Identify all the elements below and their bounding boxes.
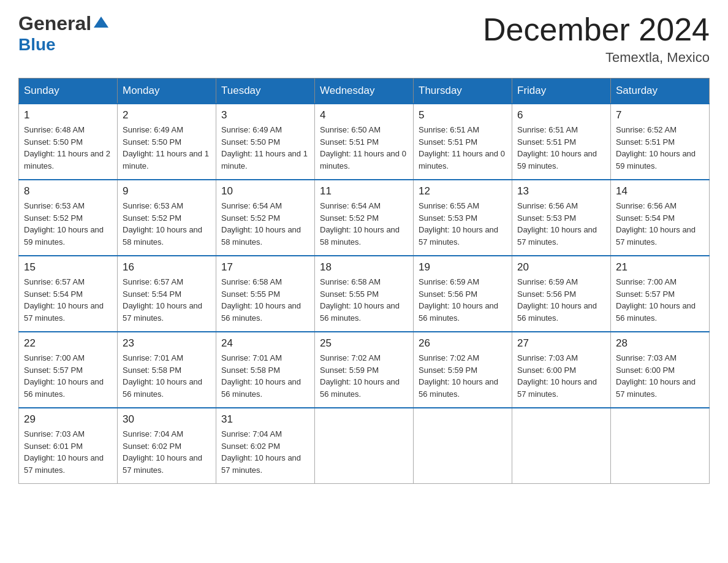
day-number: 22 (24, 337, 112, 350)
day-number: 2 (123, 109, 211, 121)
week-row-3: 15 Sunrise: 6:57 AMSunset: 5:54 PMDaylig… (19, 256, 710, 332)
week-row-1: 1 Sunrise: 6:48 AMSunset: 5:50 PMDayligh… (19, 104, 710, 180)
day-info: Sunrise: 6:50 AMSunset: 5:51 PMDaylight:… (320, 124, 408, 172)
day-info: Sunrise: 6:59 AMSunset: 5:56 PMDaylight:… (517, 276, 605, 324)
day-number: 28 (616, 337, 704, 350)
page-header: General Blue December 2024 Temextla, Mex… (18, 12, 710, 66)
day-number: 11 (320, 185, 408, 197)
day-number: 25 (320, 337, 408, 350)
calendar-cell: 22 Sunrise: 7:00 AMSunset: 5:57 PMDaylig… (19, 332, 118, 408)
calendar-cell: 7 Sunrise: 6:52 AMSunset: 5:51 PMDayligh… (611, 104, 710, 180)
day-number: 16 (123, 261, 211, 274)
day-info: Sunrise: 7:01 AMSunset: 5:58 PMDaylight:… (123, 352, 211, 400)
calendar-cell: 8 Sunrise: 6:53 AMSunset: 5:52 PMDayligh… (19, 180, 118, 256)
calendar-cell (315, 408, 414, 484)
day-info: Sunrise: 6:49 AMSunset: 5:50 PMDaylight:… (123, 124, 211, 172)
day-number: 9 (123, 185, 211, 197)
calendar-cell: 18 Sunrise: 6:58 AMSunset: 5:55 PMDaylig… (315, 256, 414, 332)
calendar-cell: 26 Sunrise: 7:02 AMSunset: 5:59 PMDaylig… (414, 332, 512, 408)
logo-triangle-icon (93, 14, 110, 31)
weekday-header-thursday: Thursday (414, 79, 512, 104)
calendar-cell (611, 408, 710, 484)
day-info: Sunrise: 6:54 AMSunset: 5:52 PMDaylight:… (320, 200, 408, 248)
day-info: Sunrise: 6:49 AMSunset: 5:50 PMDaylight:… (221, 124, 309, 172)
weekday-header-wednesday: Wednesday (315, 79, 414, 104)
day-info: Sunrise: 7:04 AMSunset: 6:02 PMDaylight:… (221, 428, 309, 476)
calendar-cell: 4 Sunrise: 6:50 AMSunset: 5:51 PMDayligh… (315, 104, 414, 180)
week-row-5: 29 Sunrise: 7:03 AMSunset: 6:01 PMDaylig… (19, 408, 710, 484)
calendar-cell: 17 Sunrise: 6:58 AMSunset: 5:55 PMDaylig… (216, 256, 315, 332)
calendar-cell: 14 Sunrise: 6:56 AMSunset: 5:54 PMDaylig… (611, 180, 710, 256)
calendar-cell: 29 Sunrise: 7:03 AMSunset: 6:01 PMDaylig… (19, 408, 118, 484)
calendar-cell: 10 Sunrise: 6:54 AMSunset: 5:52 PMDaylig… (216, 180, 315, 256)
day-number: 14 (616, 185, 704, 197)
day-info: Sunrise: 6:56 AMSunset: 5:54 PMDaylight:… (616, 200, 704, 248)
day-number: 6 (517, 109, 605, 121)
location-text: Temextla, Mexico (483, 50, 710, 66)
weekday-header-monday: Monday (118, 79, 216, 104)
calendar-cell: 27 Sunrise: 7:03 AMSunset: 6:00 PMDaylig… (512, 332, 611, 408)
day-number: 26 (419, 337, 507, 350)
calendar-cell: 1 Sunrise: 6:48 AMSunset: 5:50 PMDayligh… (19, 104, 118, 180)
day-info: Sunrise: 7:04 AMSunset: 6:02 PMDaylight:… (123, 428, 211, 476)
day-info: Sunrise: 6:59 AMSunset: 5:56 PMDaylight:… (419, 276, 507, 324)
day-number: 20 (517, 261, 605, 274)
day-info: Sunrise: 6:57 AMSunset: 5:54 PMDaylight:… (24, 276, 112, 324)
day-number: 30 (123, 413, 211, 426)
calendar-cell: 12 Sunrise: 6:55 AMSunset: 5:53 PMDaylig… (414, 180, 512, 256)
calendar-cell (414, 408, 512, 484)
title-section: December 2024 Temextla, Mexico (483, 12, 710, 66)
day-number: 12 (419, 185, 507, 197)
weekday-header-tuesday: Tuesday (216, 79, 315, 104)
day-number: 23 (123, 337, 211, 350)
calendar-cell: 6 Sunrise: 6:51 AMSunset: 5:51 PMDayligh… (512, 104, 611, 180)
calendar-cell: 3 Sunrise: 6:49 AMSunset: 5:50 PMDayligh… (216, 104, 315, 180)
day-info: Sunrise: 6:57 AMSunset: 5:54 PMDaylight:… (123, 276, 211, 324)
calendar-cell: 5 Sunrise: 6:51 AMSunset: 5:51 PMDayligh… (414, 104, 512, 180)
calendar-cell: 25 Sunrise: 7:02 AMSunset: 5:59 PMDaylig… (315, 332, 414, 408)
day-info: Sunrise: 6:52 AMSunset: 5:51 PMDaylight:… (616, 124, 704, 172)
calendar-cell: 11 Sunrise: 6:54 AMSunset: 5:52 PMDaylig… (315, 180, 414, 256)
calendar-cell (512, 408, 611, 484)
logo-general-text: General (18, 12, 91, 35)
week-row-4: 22 Sunrise: 7:00 AMSunset: 5:57 PMDaylig… (19, 332, 710, 408)
calendar-cell: 20 Sunrise: 6:59 AMSunset: 5:56 PMDaylig… (512, 256, 611, 332)
day-info: Sunrise: 7:03 AMSunset: 6:00 PMDaylight:… (517, 352, 605, 400)
day-info: Sunrise: 7:03 AMSunset: 6:01 PMDaylight:… (24, 428, 112, 476)
day-info: Sunrise: 7:02 AMSunset: 5:59 PMDaylight:… (320, 352, 408, 400)
day-info: Sunrise: 6:53 AMSunset: 5:52 PMDaylight:… (24, 200, 112, 248)
calendar-cell: 9 Sunrise: 6:53 AMSunset: 5:52 PMDayligh… (118, 180, 216, 256)
day-info: Sunrise: 6:58 AMSunset: 5:55 PMDaylight:… (320, 276, 408, 324)
calendar-cell: 28 Sunrise: 7:03 AMSunset: 6:00 PMDaylig… (611, 332, 710, 408)
day-number: 19 (419, 261, 507, 274)
day-number: 5 (419, 109, 507, 121)
day-info: Sunrise: 6:48 AMSunset: 5:50 PMDaylight:… (24, 124, 112, 172)
calendar-cell: 30 Sunrise: 7:04 AMSunset: 6:02 PMDaylig… (118, 408, 216, 484)
day-info: Sunrise: 7:01 AMSunset: 5:58 PMDaylight:… (221, 352, 309, 400)
calendar-cell: 21 Sunrise: 7:00 AMSunset: 5:57 PMDaylig… (611, 256, 710, 332)
calendar-cell: 24 Sunrise: 7:01 AMSunset: 5:58 PMDaylig… (216, 332, 315, 408)
day-number: 18 (320, 261, 408, 274)
day-number: 3 (221, 109, 309, 121)
weekday-header-saturday: Saturday (611, 79, 710, 104)
day-info: Sunrise: 6:54 AMSunset: 5:52 PMDaylight:… (221, 200, 309, 248)
day-number: 7 (616, 109, 704, 121)
calendar-cell: 23 Sunrise: 7:01 AMSunset: 5:58 PMDaylig… (118, 332, 216, 408)
day-number: 10 (221, 185, 309, 197)
calendar-cell: 19 Sunrise: 6:59 AMSunset: 5:56 PMDaylig… (414, 256, 512, 332)
weekday-header-sunday: Sunday (19, 79, 118, 104)
day-number: 27 (517, 337, 605, 350)
day-number: 4 (320, 109, 408, 121)
day-number: 13 (517, 185, 605, 197)
day-info: Sunrise: 6:51 AMSunset: 5:51 PMDaylight:… (517, 124, 605, 172)
day-number: 8 (24, 185, 112, 197)
day-info: Sunrise: 7:02 AMSunset: 5:59 PMDaylight:… (419, 352, 507, 400)
day-number: 29 (24, 413, 112, 426)
day-number: 21 (616, 261, 704, 274)
logo: General Blue (18, 12, 110, 55)
weekday-header-friday: Friday (512, 79, 611, 104)
day-number: 17 (221, 261, 309, 274)
month-title: December 2024 (483, 12, 710, 47)
logo-blue-text: Blue (18, 35, 56, 55)
day-number: 31 (221, 413, 309, 426)
